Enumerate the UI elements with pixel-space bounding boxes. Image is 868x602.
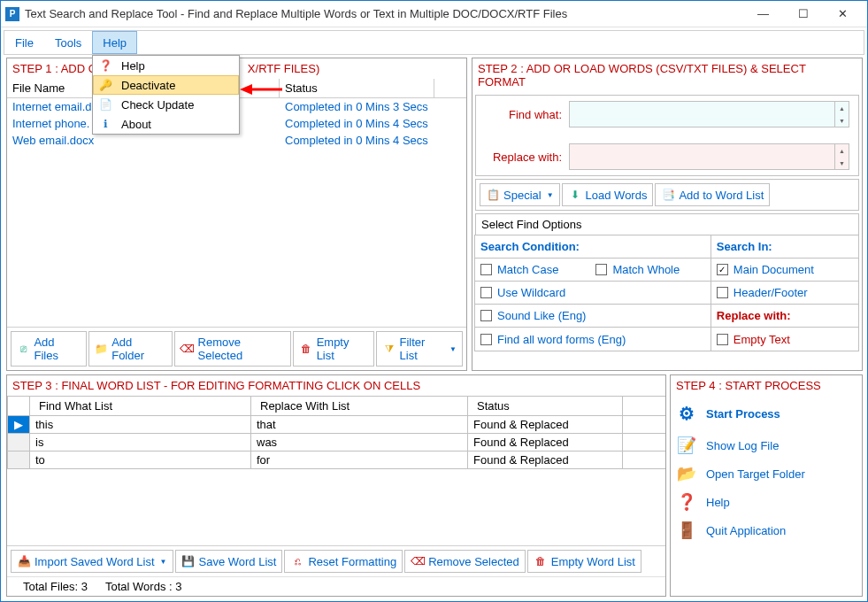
- gear-icon: ⚙: [676, 403, 697, 424]
- close-button[interactable]: ✕: [823, 2, 863, 27]
- remove-icon: ⌫: [181, 342, 195, 356]
- save-word-list-button[interactable]: 💾Save Word List: [175, 550, 283, 573]
- empty-list-button[interactable]: 🗑Empty List: [293, 331, 374, 367]
- empty-text-checkbox[interactable]: Empty Text: [711, 330, 795, 349]
- search-condition-header: Search Condition:: [475, 235, 711, 259]
- help-icon: ❓: [98, 58, 112, 73]
- find-what-input[interactable]: ▲▼: [569, 101, 849, 127]
- remove-selected-button[interactable]: ⌫Remove Selected: [174, 331, 292, 367]
- step4-panel: STEP 4 : START PROCESS ⚙ Start Process 📝…: [670, 374, 863, 597]
- spin-down-icon[interactable]: ▼: [834, 157, 849, 169]
- update-icon: 📄: [98, 97, 112, 112]
- quit-application-button[interactable]: 🚪 Quit Application: [671, 516, 862, 544]
- replace-with-label: Replace with:: [485, 150, 569, 164]
- row-indicator: ▶: [8, 416, 30, 434]
- help-menu-about[interactable]: ℹ About: [93, 114, 239, 134]
- spin-down-icon[interactable]: ▼: [834, 114, 849, 127]
- help-menu-check-update[interactable]: 📄 Check Update: [93, 95, 239, 114]
- find-cell[interactable]: is: [30, 434, 251, 452]
- col-replace-with: Replace With List: [251, 397, 468, 416]
- help-dropdown: ❓ Help 🔑 Deactivate 📄 Check Update ℹ Abo…: [92, 55, 240, 135]
- add-list-icon: 📑: [661, 188, 675, 202]
- import-word-list-button[interactable]: 📥Import Saved Word List▼: [11, 550, 173, 573]
- chevron-down-icon: ▼: [449, 345, 457, 353]
- menu-help[interactable]: Help: [92, 31, 137, 54]
- add-folder-button[interactable]: 📁Add Folder: [88, 331, 173, 367]
- step4-title: STEP 4 : START PROCESS: [671, 375, 862, 396]
- chevron-down-icon: ▼: [160, 558, 167, 566]
- remove-icon: ⌫: [411, 554, 425, 568]
- remove-selected-word-button[interactable]: ⌫Remove Selected: [404, 550, 526, 573]
- open-target-folder-button[interactable]: 📂 Open Target Folder: [671, 459, 862, 488]
- app-icon: P: [5, 7, 19, 21]
- log-icon: 📝: [676, 438, 697, 452]
- row-indicator: [8, 452, 30, 469]
- row-indicator-header: [8, 397, 30, 416]
- header-footer-checkbox[interactable]: Header/Footer: [711, 283, 813, 302]
- save-icon: 💾: [181, 554, 196, 568]
- show-log-file-button[interactable]: 📝 Show Log File: [671, 431, 862, 459]
- select-find-options-title: Select Find Options: [475, 213, 859, 235]
- empty-icon: 🗑: [299, 342, 312, 356]
- empty-word-list-button[interactable]: 🗑Empty Word List: [527, 550, 641, 573]
- status-cell: Found & Replaced: [468, 452, 623, 469]
- replace-with-input[interactable]: ▲▼: [569, 143, 849, 170]
- filter-list-button[interactable]: ⧩Filter List▼: [376, 331, 463, 367]
- replace-cell[interactable]: was: [251, 434, 468, 452]
- word-forms-checkbox[interactable]: Find all word forms (Eng): [475, 330, 631, 349]
- window-title: Text Search and Replace Tool - Find and …: [25, 7, 743, 20]
- exit-icon: 🚪: [676, 523, 697, 537]
- sound-like-checkbox[interactable]: Sound Like (Eng): [475, 306, 591, 325]
- help-menu-deactivate-label: Deactivate: [121, 79, 175, 92]
- match-case-checkbox[interactable]: Match Case: [475, 260, 564, 279]
- help-menu-help[interactable]: ❓ Help: [93, 56, 239, 75]
- add-files-button[interactable]: ⎚Add Files: [11, 331, 87, 367]
- main-document-checkbox[interactable]: ✓Main Document: [711, 260, 819, 279]
- file-status-cell: Completed in 0 Mins 3 Secs: [280, 98, 452, 115]
- word-row[interactable]: toforFound & Replaced: [8, 452, 666, 469]
- help-menu-deactivate[interactable]: 🔑 Deactivate: [93, 75, 239, 95]
- minimize-button[interactable]: —: [743, 2, 783, 27]
- chevron-down-icon: ▼: [547, 191, 554, 199]
- match-whole-checkbox[interactable]: Match Whole: [590, 260, 685, 279]
- load-words-button[interactable]: ⬇Load Words: [562, 183, 654, 206]
- folder-open-icon: 📂: [676, 467, 697, 481]
- step1-title-a: STEP 1 : ADD O: [12, 62, 97, 75]
- spin-up-icon[interactable]: ▲: [834, 102, 849, 114]
- help-menu-check-label: Check Update: [121, 98, 194, 112]
- start-process-button[interactable]: ⚙ Start Process: [671, 396, 862, 431]
- find-cell[interactable]: this: [30, 416, 251, 434]
- pointer-arrow: [240, 81, 284, 98]
- special-button[interactable]: 📋Special▼: [480, 183, 560, 206]
- total-words-label: Total Words : 3: [105, 580, 181, 593]
- col-status: Status: [280, 79, 434, 97]
- col-word-status: Status: [468, 397, 623, 416]
- use-wildcard-checkbox[interactable]: Use Wildcard: [475, 283, 571, 302]
- replace-cell[interactable]: that: [251, 416, 468, 434]
- maximize-button[interactable]: ☐: [783, 2, 823, 27]
- titlebar: P Text Search and Replace Tool - Find an…: [1, 1, 867, 27]
- word-row[interactable]: iswasFound & Replaced: [8, 434, 666, 452]
- help-menu-about-label: About: [121, 118, 151, 131]
- spin-up-icon[interactable]: ▲: [834, 144, 849, 157]
- file-status-cell: Completed in 0 Mins 4 Secs: [280, 132, 452, 149]
- find-cell[interactable]: to: [30, 452, 251, 469]
- reset-formatting-button[interactable]: ⎌Reset Formatting: [284, 550, 403, 573]
- menu-file[interactable]: File: [4, 31, 44, 54]
- file-status-cell: Completed in 0 Mins 4 Secs: [280, 115, 452, 132]
- reset-icon: ⎌: [290, 554, 304, 568]
- help-button[interactable]: ❓ Help: [671, 488, 862, 516]
- step2-title: STEP 2 : ADD OR LOAD WORDS (CSV/TXT FILE…: [472, 58, 862, 92]
- status-cell: Found & Replaced: [468, 416, 623, 434]
- replace-cell[interactable]: for: [251, 452, 468, 469]
- word-row[interactable]: ▶thisthatFound & Replaced: [8, 416, 666, 434]
- step3-panel: STEP 3 : FINAL WORD LIST - FOR EDITING F…: [6, 374, 666, 597]
- add-to-word-list-button[interactable]: 📑Add to Word List: [655, 183, 770, 206]
- menu-tools[interactable]: Tools: [44, 31, 92, 54]
- step2-panel: STEP 2 : ADD OR LOAD WORDS (CSV/TXT FILE…: [472, 58, 863, 371]
- step3-title: STEP 3 : FINAL WORD LIST - FOR EDITING F…: [7, 375, 665, 396]
- filter-icon: ⧩: [382, 342, 396, 356]
- empty-icon: 🗑: [534, 554, 548, 568]
- find-what-label: Find what:: [485, 108, 569, 121]
- step3-toolbar: 📥Import Saved Word List▼ 💾Save Word List…: [7, 545, 665, 576]
